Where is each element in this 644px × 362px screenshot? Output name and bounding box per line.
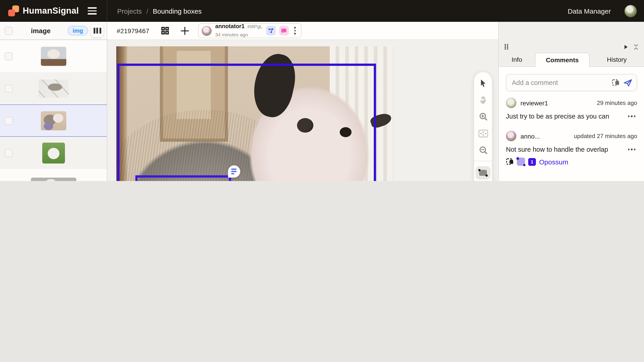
annotation-menu-icon[interactable]: [292, 26, 298, 36]
annotator-name: annotator1: [215, 23, 244, 30]
annotator-avatar: [506, 131, 516, 141]
breadcrumb: Projects / Bounding boxes: [117, 7, 202, 15]
humansignal-logo-icon: [8, 6, 19, 16]
comment-item: reviewer1 29 minutes ago Just try to be …: [499, 91, 644, 120]
brand-zone: HumanSignal: [0, 0, 107, 22]
grid-view-icon[interactable]: [161, 27, 169, 34]
comments-indicator-icon[interactable]: [279, 26, 289, 36]
breadcrumb-current: Bounding boxes: [153, 7, 202, 15]
breadcrumb-separator: /: [146, 7, 148, 15]
task-thumbnail-white-opossum-on-grass[interactable]: [42, 142, 65, 163]
comment-item: anno... updated 27 minutes ago Not sure …: [499, 120, 644, 166]
region-type-icon: [517, 158, 525, 166]
pan-tool-icon[interactable]: [478, 94, 488, 106]
label-studio-app: HumanSignal Projects / Bounding boxes Da…: [0, 0, 644, 181]
zoom-out-tool-icon[interactable]: [478, 145, 488, 156]
hamburger-menu-icon[interactable]: [86, 6, 98, 16]
comment-author: reviewer1: [520, 99, 548, 106]
details-tabs: Info Comments History: [499, 53, 644, 67]
task-thumbnail-opossum-mother-with-baby[interactable]: [41, 111, 66, 130]
reviewer-avatar: [506, 98, 516, 108]
comment-input[interactable]: [512, 79, 608, 86]
comments-section: reviewer1 29 minutes ago Just try to be …: [499, 67, 644, 181]
task-thumbnail-opossum-on-wooden-ledge[interactable]: [31, 177, 76, 181]
column-title: image: [31, 27, 51, 34]
comment-text: Not sure how to handle the overlap: [506, 146, 608, 153]
user-avatar[interactable]: [624, 5, 637, 17]
comment-text: Just try to be as precise as you can: [506, 113, 609, 120]
rectangle-tool-icon-selected[interactable]: [476, 166, 490, 180]
comment-author: anno...: [520, 132, 540, 140]
annotator-avatar: [202, 26, 212, 36]
task-row[interactable]: [0, 72, 107, 104]
bbox-region-opossum-2[interactable]: [135, 175, 231, 181]
annotation-time: 34 minutes ago: [215, 32, 248, 37]
comment-menu-icon[interactable]: [628, 116, 635, 117]
comment-time: 29 minutes ago: [597, 100, 637, 106]
tab-comments[interactable]: Comments: [535, 53, 590, 67]
annotator-meta: annotator1 #I8PgL 34 minutes ago: [215, 23, 262, 38]
top-bar: HumanSignal Projects / Bounding boxes Da…: [0, 0, 644, 22]
task-thumbnail-opossum-on-log[interactable]: [41, 46, 66, 66]
column-type-badge[interactable]: img: [68, 26, 88, 36]
task-row[interactable]: [0, 40, 107, 72]
data-manager-link[interactable]: Data Manager: [568, 7, 611, 15]
select-task-checkbox[interactable]: [4, 52, 13, 60]
brand-name: HumanSignal: [23, 6, 79, 16]
send-comment-icon[interactable]: [624, 79, 632, 86]
annotation-canvas: Cat 1 Opossum 2: [107, 40, 498, 181]
select-task-checkbox[interactable]: [4, 116, 13, 125]
region-label: Opossum: [539, 158, 568, 166]
add-annotation-icon[interactable]: [181, 26, 189, 35]
task-row[interactable]: [0, 137, 107, 169]
breadcrumb-projects[interactable]: Projects: [117, 7, 142, 15]
details-panel: Info Comments History revi: [499, 41, 644, 181]
right-panel: Info Comments History revi: [498, 22, 644, 181]
region-comment-bubble-icon[interactable]: [228, 165, 240, 178]
annotation-id-tag: #I8PgL: [247, 24, 262, 29]
task-list-sidebar: image img: [0, 22, 107, 181]
drag-handle-icon[interactable]: [504, 44, 509, 50]
tool-sidebar: [474, 72, 492, 181]
bbox-region-opossum-1[interactable]: [117, 64, 376, 181]
region-number-badge: 1: [528, 158, 536, 166]
topbar-right: Data Manager: [568, 5, 644, 17]
select-task-checkbox[interactable]: [4, 84, 13, 92]
attach-region-icon[interactable]: [612, 79, 620, 86]
comment-linked-region[interactable]: 1 Opossum: [506, 158, 637, 166]
tab-info[interactable]: Info: [499, 53, 535, 66]
tool-separator: [474, 161, 492, 161]
comment-menu-icon[interactable]: [628, 149, 635, 150]
comment-time: updated 27 minutes ago: [574, 133, 637, 140]
comment-input-box[interactable]: [506, 74, 637, 91]
task-row-selected[interactable]: [0, 104, 107, 137]
task-list-header: image img: [0, 22, 107, 40]
linked-regions-icon[interactable]: [266, 26, 276, 36]
details-panel-header: [499, 41, 644, 53]
select-all-checkbox[interactable]: [4, 26, 13, 35]
select-tool-icon[interactable]: [478, 78, 488, 88]
task-toolbar: #21979467 annotator1 #I8PgL 34 minutes a…: [107, 22, 498, 40]
task-thumbnail-opossum-on-snowy-branch[interactable]: [38, 79, 68, 98]
collapse-panel-icon[interactable]: [634, 44, 638, 50]
select-task-checkbox[interactable]: [4, 149, 13, 157]
region-comment-icon: [506, 158, 514, 166]
tab-history[interactable]: History: [590, 53, 644, 66]
task-row[interactable]: [0, 169, 107, 181]
fit-to-screen-tool-icon[interactable]: [478, 128, 488, 139]
annotation-card[interactable]: annotator1 #I8PgL 34 minutes ago: [198, 23, 302, 38]
zoom-in-tool-icon[interactable]: [478, 111, 488, 122]
detach-panel-icon[interactable]: [624, 44, 628, 49]
columns-settings-button[interactable]: [91, 24, 104, 37]
task-id: #21979467: [117, 27, 150, 34]
